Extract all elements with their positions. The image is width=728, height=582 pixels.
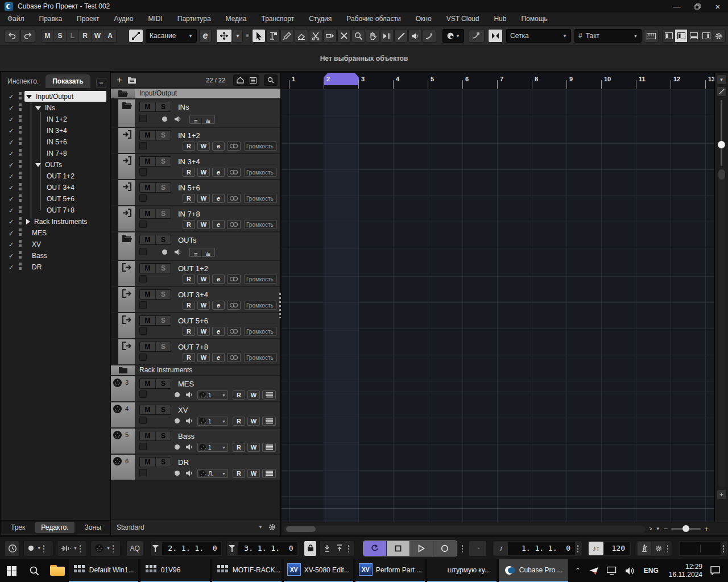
monitor-icon[interactable] <box>186 444 193 450</box>
hand-tool-icon[interactable] <box>366 29 379 43</box>
edit-channel-button[interactable]: e <box>212 168 225 177</box>
write-automation-button[interactable]: W <box>247 390 260 400</box>
tab-editor[interactable]: Редакто. <box>35 522 74 533</box>
drag-dots[interactable] <box>79 544 81 552</box>
line-tool-icon[interactable] <box>394 29 408 43</box>
audio-input-icon[interactable] <box>118 128 135 153</box>
left-zone-active-icon[interactable] <box>675 30 688 42</box>
snap-on-off-icon[interactable] <box>488 29 503 43</box>
range-selection-tool-icon[interactable] <box>266 29 280 43</box>
transport-drag-dots[interactable] <box>460 544 465 552</box>
glue-tool-icon[interactable] <box>323 29 337 43</box>
file-explorer-icon[interactable] <box>46 559 69 582</box>
tool-dropdown-icon[interactable]: ▼ <box>233 29 243 43</box>
visibility-checkmark[interactable]: ✓ <box>9 105 16 112</box>
visibility-checkmark[interactable]: ✓ <box>9 161 16 169</box>
drag-dots[interactable] <box>112 544 114 552</box>
volume-parameter[interactable]: Громкость <box>244 220 277 229</box>
right-locator[interactable]: 3. 1. 1. 0 <box>226 541 299 556</box>
visibility-item-in-5-6[interactable]: ✓IN 5+6 <box>2 136 109 148</box>
mute-button[interactable]: M <box>140 379 155 388</box>
zoom-out-icon[interactable]: − <box>664 525 668 533</box>
mute-button[interactable]: M <box>140 209 155 218</box>
write-automation-button[interactable]: W <box>197 142 210 151</box>
write-automation-button[interactable]: W <box>247 443 260 452</box>
network-display-icon[interactable] <box>607 567 617 575</box>
solo-button[interactable]: S <box>155 264 171 273</box>
write-automation-button[interactable]: W <box>197 168 210 177</box>
ruler-options-icon[interactable]: ▼ <box>717 74 727 85</box>
mute-button[interactable]: M <box>140 316 155 325</box>
metronome-group[interactable] <box>636 541 672 556</box>
mute-button[interactable]: M <box>140 431 155 440</box>
taskbar-app-2[interactable]: MOTIF-RACK... <box>212 559 282 582</box>
track-preset-icon[interactable] <box>126 74 138 86</box>
read-automation-button[interactable]: R <box>183 327 195 336</box>
menu-item-3[interactable]: Аудио <box>107 13 141 26</box>
search-icon[interactable] <box>264 74 277 86</box>
play-button[interactable] <box>410 541 433 556</box>
midi-channel-selector[interactable]: Л.▼ <box>197 469 228 478</box>
folder-track-ins[interactable]: MSINs=≋ <box>111 99 280 127</box>
tempo-track-icon[interactable]: ♪↕ <box>589 542 603 555</box>
expander-closed-icon[interactable] <box>26 219 30 225</box>
solo-button[interactable]: S <box>155 342 171 351</box>
right-display-group[interactable] <box>678 541 728 556</box>
solo-button[interactable]: S <box>155 316 171 325</box>
edit-channel-button[interactable]: e <box>212 220 225 229</box>
taskbar-app-6[interactable]: Cubase Pro ... <box>499 559 568 582</box>
volume-parameter[interactable]: Громкость <box>244 168 277 177</box>
visibility-checkmark[interactable]: ✓ <box>9 241 16 248</box>
audio-track-in-5-6[interactable]: MSIN 5+6RWeГромкость <box>111 180 280 205</box>
drag-dots[interactable] <box>577 544 579 552</box>
volume-parameter[interactable]: Громкость <box>244 353 277 362</box>
menu-item-7[interactable]: Транспорт <box>254 13 301 26</box>
setup-gear-icon[interactable] <box>713 30 725 42</box>
audio-output-icon[interactable] <box>118 313 135 338</box>
audio-output-icon[interactable] <box>118 261 135 286</box>
right-locator-display[interactable]: 3. 1. 1. 0 <box>238 542 297 555</box>
stereo-icon[interactable] <box>227 327 241 336</box>
monitor-icon[interactable] <box>186 418 193 424</box>
menu-item-13[interactable]: Помощь <box>514 13 555 26</box>
visibility-item-out-1-2[interactable]: ✓OUT 1+2 <box>2 171 109 182</box>
cycle-button[interactable] <box>363 541 387 556</box>
monitor-icon[interactable] <box>186 392 193 398</box>
write-automation-button[interactable]: W <box>197 220 210 229</box>
visibility-checkmark[interactable]: ✓ <box>9 127 16 135</box>
edit-channel-button[interactable]: e <box>212 327 225 336</box>
midi-record-mode-selector[interactable]: ▼ <box>90 541 121 556</box>
keyboard-icon[interactable] <box>644 29 659 43</box>
tab-track[interactable]: Трек <box>5 522 31 533</box>
zoom-tool-icon[interactable] <box>351 29 365 43</box>
midi-channel-selector[interactable]: 1▼ <box>197 417 228 426</box>
drum-map-icon[interactable] <box>262 390 276 400</box>
read-automation-button[interactable]: R <box>233 390 245 400</box>
drum-map-icon[interactable] <box>262 443 276 452</box>
global-l-button[interactable]: L <box>67 30 79 42</box>
visibility-checkmark[interactable]: ✓ <box>9 93 16 101</box>
audio-track-in-7-8[interactable]: MSIN 7+8RWeГромкость <box>111 206 280 231</box>
record-enable-icon[interactable] <box>175 392 180 397</box>
punch-in-out-group[interactable] <box>319 541 355 556</box>
automation-mode-dropdown[interactable]: Касание▼ <box>146 29 197 43</box>
vertical-scrollbar[interactable] <box>718 169 725 488</box>
marker-display[interactable] <box>680 542 721 555</box>
solo-button[interactable]: S <box>155 183 171 192</box>
monitor-icon[interactable] <box>175 116 181 122</box>
stereo-icon[interactable] <box>227 275 241 284</box>
solo-button[interactable]: S <box>155 379 171 388</box>
mute-button[interactable]: M <box>140 183 155 192</box>
open-folder-icon[interactable] <box>118 99 135 127</box>
horizontal-scrollbar[interactable] <box>284 526 646 533</box>
jog-shuttle-icon[interactable]: ◔ <box>469 541 487 556</box>
show-data-icon[interactable]: ≋ <box>201 248 214 256</box>
draw-part-icon[interactable] <box>717 86 727 97</box>
visibility-checkmark[interactable]: ✓ <box>9 264 16 271</box>
add-track-button[interactable]: + <box>113 74 126 86</box>
midi-icon[interactable]: 5 <box>111 429 135 454</box>
tempo-display[interactable]: 120 <box>603 542 630 555</box>
audio-track-in-3-4[interactable]: MSIN 3+4RWeГромкость <box>111 154 280 179</box>
left-zone-icon[interactable] <box>663 30 675 42</box>
visibility-item-outs[interactable]: ✓OUTs <box>2 159 109 171</box>
